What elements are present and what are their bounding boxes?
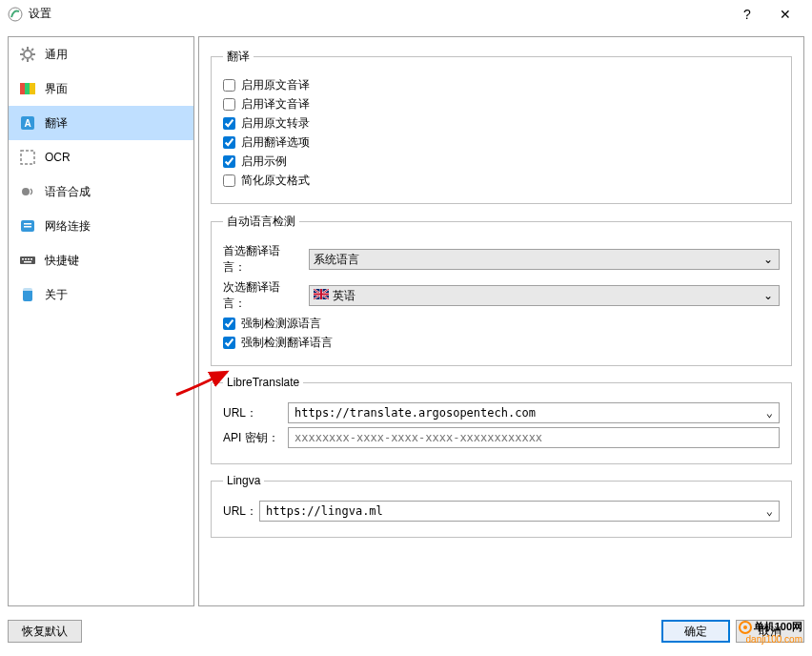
sidebar-item-label: 通用 [45,47,68,63]
checkbox[interactable] [223,318,235,330]
bottom-bar: 恢复默认 确定 取消 [0,614,812,648]
pref-lang-label: 首选翻译语言： [223,243,301,276]
svg-rect-22 [25,258,27,260]
svg-text:A: A [24,118,30,129]
opt-simplify-source[interactable]: 简化原文格式 [223,173,780,189]
sidebar-item-interface[interactable]: 界面 [9,72,193,106]
network-icon [18,216,37,236]
sidebar-item-label: 界面 [45,81,68,97]
sidebar-item-translation[interactable]: A 翻译 [9,106,193,140]
close-button[interactable]: ✕ [766,7,804,22]
checkbox-label: 启用原文音译 [241,77,310,93]
svg-rect-12 [30,83,35,94]
speaker-icon [18,182,37,201]
svg-line-7 [31,58,33,60]
checkbox-label: 启用示例 [241,154,287,170]
sec-lang-select[interactable]: 英语 [309,285,780,306]
sidebar-item-label: 翻译 [45,115,68,132]
translation-group: 翻译 启用原文音译 启用译文音译 启用原文转录 启用翻译选项 启用示例 简化原文… [211,49,792,204]
lt-url-select[interactable]: https://translate.argosopentech.com [288,402,780,423]
svg-rect-25 [24,261,31,263]
window-title: 设置 [29,6,728,22]
svg-point-1 [24,51,31,58]
main-area: 通用 界面 A 翻译 OCR 语音合成 网络连接 快捷键 关于 [0,29,812,614]
autolang-group: 自动语言检测 首选翻译语言： 系统语言 次选翻译语言： 英语 强制检测源语言 强… [211,214,792,366]
ocr-icon [18,148,37,167]
sidebar-item-label: OCR [45,151,71,164]
sidebar: 通用 界面 A 翻译 OCR 语音合成 网络连接 快捷键 关于 [8,36,194,606]
svg-rect-27 [23,288,32,291]
sidebar-item-label: 关于 [45,287,68,303]
palette-icon [18,79,37,98]
lingva-url-select[interactable]: https://lingva.ml [259,501,780,522]
libretranslate-group: LibreTranslate URL： https://translate.ar… [211,376,792,464]
sidebar-item-general[interactable]: 通用 [9,37,193,72]
lt-apikey-input[interactable] [288,427,780,448]
sidebar-item-network[interactable]: 网络连接 [9,209,193,243]
translate-icon: A [18,113,37,133]
checkbox[interactable] [223,155,235,168]
svg-rect-18 [24,223,31,225]
svg-rect-23 [28,258,30,260]
svg-rect-10 [20,83,25,94]
checkbox-label: 启用原文转录 [241,115,310,132]
opt-translation-options[interactable]: 启用翻译选项 [223,134,780,151]
svg-rect-32 [314,294,329,296]
libretranslate-legend: LibreTranslate [223,376,303,389]
cancel-button[interactable]: 取消 [736,620,804,643]
info-icon [18,285,37,304]
opt-source-transcription[interactable]: 启用原文转录 [223,115,780,132]
checkbox-label: 强制检测源语言 [241,316,321,332]
lt-url-label: URL： [223,405,280,421]
checkbox-label: 简化原文格式 [241,173,310,189]
checkbox[interactable] [223,79,235,92]
sidebar-item-shortcuts[interactable]: 快捷键 [9,243,193,277]
svg-line-9 [31,49,33,51]
restore-defaults-button[interactable]: 恢复默认 [8,620,82,643]
opt-force-trans-lang[interactable]: 强制检测翻译语言 [223,335,780,351]
checkbox[interactable] [223,337,235,349]
pref-lang-select[interactable]: 系统语言 [309,249,780,270]
opt-examples[interactable]: 启用示例 [223,154,780,170]
uk-flag-icon [314,289,329,302]
opt-target-transliteration[interactable]: 启用译文音译 [223,96,780,113]
lingva-group: Lingva URL： https://lingva.ml [211,474,792,538]
svg-line-8 [22,58,24,60]
checkbox-label: 启用译文音译 [241,96,310,113]
svg-rect-21 [22,258,24,260]
help-button[interactable]: ? [728,7,766,22]
ok-button[interactable]: 确定 [661,620,730,643]
svg-point-16 [22,188,30,195]
titlebar: 设置 ? ✕ [0,0,812,29]
lt-apikey-label: API 密钥： [223,430,280,446]
translation-legend: 翻译 [223,49,254,65]
sidebar-item-speech[interactable]: 语音合成 [9,174,193,209]
checkbox[interactable] [223,98,235,111]
svg-rect-20 [20,256,35,264]
checkbox[interactable] [223,174,235,187]
checkbox[interactable] [223,136,235,149]
sidebar-item-label: 语音合成 [45,184,91,200]
svg-rect-24 [30,258,32,260]
sidebar-item-label: 快捷键 [45,253,79,269]
checkbox[interactable] [223,117,235,130]
checkbox-label: 强制检测翻译语言 [241,335,333,351]
opt-force-source-lang[interactable]: 强制检测源语言 [223,316,780,332]
checkbox-label: 启用翻译选项 [241,134,310,151]
sidebar-item-about[interactable]: 关于 [9,277,193,312]
autolang-legend: 自动语言检测 [223,214,299,230]
lingva-url-label: URL： [223,503,252,520]
svg-point-0 [9,8,22,21]
svg-line-6 [22,49,24,51]
gear-icon [18,45,37,64]
svg-rect-11 [25,83,30,94]
app-icon [8,7,23,22]
content-panel: 翻译 启用原文音译 启用译文音译 启用原文转录 启用翻译选项 启用示例 简化原文… [198,36,804,606]
sec-lang-label: 次选翻译语言： [223,279,301,312]
lingva-legend: Lingva [223,474,264,487]
svg-rect-15 [21,151,34,164]
opt-source-transliteration[interactable]: 启用原文音译 [223,77,780,93]
sidebar-item-ocr[interactable]: OCR [9,140,193,174]
svg-rect-19 [24,226,31,228]
sidebar-item-label: 网络连接 [45,218,91,235]
